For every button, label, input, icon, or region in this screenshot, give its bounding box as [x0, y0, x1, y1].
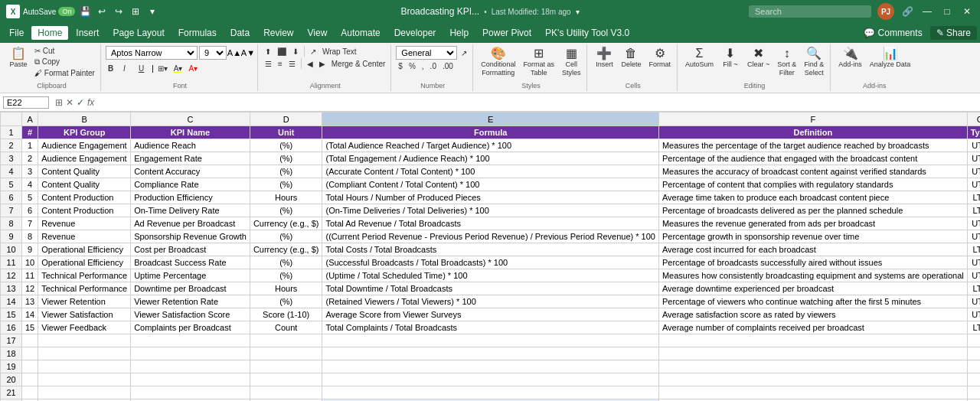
row-header-11[interactable]: 11: [1, 256, 22, 269]
cell-a-2[interactable]: 1: [22, 139, 38, 152]
cell-e-5[interactable]: (Compliant Content / Total Content) * 10…: [322, 178, 658, 191]
cell-b-11[interactable]: Operational Efficiency: [38, 256, 131, 269]
cell-e-14[interactable]: (Retained Viewers / Total Viewers) * 100: [322, 295, 658, 308]
cancel-formula-icon[interactable]: ✕: [66, 97, 74, 108]
row-header-6[interactable]: 6: [1, 191, 22, 204]
align-right-button[interactable]: ☰: [286, 59, 298, 69]
empty-cell-a-18[interactable]: [22, 347, 38, 360]
format-table-button[interactable]: ⊞ Format as Table: [520, 46, 557, 78]
italic-button[interactable]: I: [121, 61, 135, 75]
cell-d-14[interactable]: (%): [250, 295, 322, 308]
col-header-b[interactable]: B: [38, 112, 131, 126]
empty-cell-e-20[interactable]: [322, 373, 658, 386]
cell-b-15[interactable]: Viewer Satisfaction: [38, 308, 131, 321]
sort-filter-button[interactable]: ↕Sort &Filter: [774, 46, 799, 78]
cell-a-11[interactable]: 10: [22, 256, 38, 269]
cell-c-9[interactable]: Sponsorship Revenue Growth: [131, 230, 250, 243]
font-color-button[interactable]: A▾: [186, 64, 200, 73]
empty-cell-f-21[interactable]: [658, 386, 967, 399]
cell-e-16[interactable]: Total Complaints / Total Broadcasts: [322, 321, 658, 334]
cell-d-3[interactable]: (%): [250, 152, 322, 165]
empty-cell-g-18[interactable]: [967, 347, 980, 360]
cell-b-16[interactable]: Viewer Feedback: [38, 321, 131, 334]
cell-g-5[interactable]: UTB: [967, 178, 980, 191]
cell-e-3[interactable]: (Total Engagement / Audience Reach) * 10…: [322, 152, 658, 165]
redo-icon[interactable]: ↪: [112, 5, 126, 18]
menu-share[interactable]: ✎ Share: [930, 26, 977, 40]
cell-a-3[interactable]: 2: [22, 152, 38, 165]
menu-comments[interactable]: 💬 Comments: [858, 26, 928, 40]
header-cell-b[interactable]: KPI Group: [38, 126, 131, 139]
menu-insert[interactable]: Insert: [70, 26, 105, 40]
save-icon[interactable]: 💾: [78, 5, 92, 18]
cell-f-16[interactable]: Average number of complaints received pe…: [658, 321, 967, 334]
merge-center-button[interactable]: Merge & Center: [329, 59, 388, 69]
row-header-4[interactable]: 4: [1, 165, 22, 178]
cell-f-14[interactable]: Percentage of viewers who continue watch…: [658, 295, 967, 308]
cell-a-9[interactable]: 8: [22, 230, 38, 243]
cell-e-12[interactable]: (Uptime / Total Scheduled Time) * 100: [322, 269, 658, 282]
format-button[interactable]: ⚙Format: [645, 46, 674, 70]
cell-c-11[interactable]: Broadcast Success Rate: [131, 256, 250, 269]
cell-c-16[interactable]: Complaints per Broadcast: [131, 321, 250, 334]
analyze-data-button[interactable]: 📊Analyze Data: [867, 46, 914, 70]
empty-cell-e-18[interactable]: [322, 347, 658, 360]
font-size-select[interactable]: 9: [199, 46, 227, 60]
empty-cell-a-17[interactable]: [22, 334, 38, 347]
cell-d-12[interactable]: (%): [250, 269, 322, 282]
align-left-button[interactable]: ☰: [263, 59, 274, 69]
cell-e-11[interactable]: (Successful Broadcasts / Total Broadcast…: [322, 256, 658, 269]
header-cell-d[interactable]: Unit: [250, 126, 322, 139]
cell-e-9[interactable]: ((Current Period Revenue - Previous Peri…: [322, 230, 658, 243]
cell-a-14[interactable]: 13: [22, 295, 38, 308]
percent-button[interactable]: %: [407, 61, 418, 71]
cell-a-16[interactable]: 15: [22, 321, 38, 334]
cell-d-2[interactable]: (%): [250, 139, 322, 152]
conditional-format-button[interactable]: 🎨 Conditional Formatting: [478, 46, 518, 78]
header-cell-g[interactable]: Type: [967, 126, 980, 139]
row-header-17[interactable]: 17: [1, 334, 22, 347]
comma-button[interactable]: ,: [420, 61, 426, 71]
cell-f-7[interactable]: Percentage of broadcasts delivered as pe…: [658, 204, 967, 217]
font-size-decrease[interactable]: A▼: [242, 47, 254, 59]
cell-e-8[interactable]: Total Ad Revenue / Total Broadcasts: [322, 217, 658, 230]
empty-cell-c-17[interactable]: [131, 334, 250, 347]
cell-g-9[interactable]: UTB: [967, 230, 980, 243]
cell-f-9[interactable]: Percentage growth in sponsorship revenue…: [658, 230, 967, 243]
cell-a-8[interactable]: 7: [22, 217, 38, 230]
align-bottom-button[interactable]: ⬇: [290, 47, 301, 57]
row-header-20[interactable]: 20: [1, 373, 22, 386]
empty-cell-a-19[interactable]: [22, 360, 38, 373]
row-header-2[interactable]: 2: [1, 139, 22, 152]
empty-cell-b-20[interactable]: [38, 373, 131, 386]
addins-button[interactable]: 🔌Add-ins: [835, 46, 865, 70]
fill-button[interactable]: ⬇Fill ~: [718, 46, 743, 70]
cell-d-13[interactable]: Hours: [250, 282, 322, 295]
cell-c-15[interactable]: Viewer Satisfaction Score: [131, 308, 250, 321]
autosum-button[interactable]: ΣAutoSum: [682, 46, 717, 70]
decimal-decrease-button[interactable]: .00: [440, 61, 456, 71]
cell-c-10[interactable]: Cost per Broadcast: [131, 243, 250, 256]
cell-c-8[interactable]: Ad Revenue per Broadcast: [131, 217, 250, 230]
search-input[interactable]: [749, 5, 871, 18]
cell-styles-button[interactable]: ▦ Cell Styles: [559, 46, 584, 78]
menu-home[interactable]: Home: [31, 26, 68, 40]
cell-a-13[interactable]: 12: [22, 282, 38, 295]
cell-f-13[interactable]: Average downtime experienced per broadca…: [658, 282, 967, 295]
cell-e-7[interactable]: (On-Time Deliveries / Total Deliveries) …: [322, 204, 658, 217]
cell-f-2[interactable]: Measures the percentage of the target au…: [658, 139, 967, 152]
cell-f-5[interactable]: Percentage of content that complies with…: [658, 178, 967, 191]
row-header-8[interactable]: 8: [1, 217, 22, 230]
cell-b-8[interactable]: Revenue: [38, 217, 131, 230]
cell-a-5[interactable]: 4: [22, 178, 38, 191]
cell-a-7[interactable]: 6: [22, 204, 38, 217]
empty-cell-c-21[interactable]: [131, 386, 250, 399]
empty-cell-d-17[interactable]: [250, 334, 322, 347]
row-header-13[interactable]: 13: [1, 282, 22, 295]
more-icon[interactable]: ▾: [145, 5, 159, 18]
cut-button[interactable]: ✂ Cut: [32, 46, 97, 56]
cell-g-15[interactable]: UTB: [967, 308, 980, 321]
header-cell-e[interactable]: Formula: [322, 126, 658, 139]
row-header-9[interactable]: 9: [1, 230, 22, 243]
maximize-button[interactable]: □: [940, 5, 954, 18]
